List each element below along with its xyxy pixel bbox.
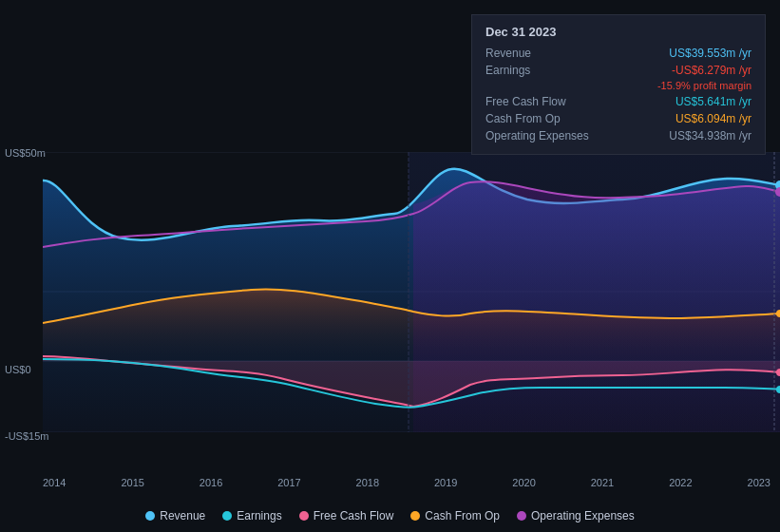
x-label-2015: 2015 [121,477,143,488]
legend-dot-revenue [145,511,155,521]
legend-dot-cash-from-op [410,511,420,521]
x-label-2019: 2019 [434,477,457,488]
x-label-2022: 2022 [669,477,692,488]
x-label-2021: 2021 [591,477,614,488]
legend-label-cash-from-op: Cash From Op [425,509,500,522]
legend-opex[interactable]: Operating Expenses [517,509,635,522]
x-labels: 2014 2015 2016 2017 2018 2019 2020 2021 … [43,477,770,488]
chart-svg [43,152,780,432]
opex-value: US$34.938m /yr [669,129,751,142]
x-label-2018: 2018 [356,477,379,488]
opex-label: Operating Expenses [485,129,590,142]
earnings-value: -US$6.279m /yr [672,64,751,77]
cash-from-op-row: Cash From Op US$6.094m /yr [485,110,751,127]
opex-row: Operating Expenses US$34.938m /yr [485,127,751,144]
legend-earnings[interactable]: Earnings [222,509,281,522]
y-label-top: US$50m [5,147,46,159]
fcf-value: US$5.641m /yr [675,95,751,108]
fcf-row: Free Cash Flow US$5.641m /yr [485,93,751,110]
legend: Revenue Earnings Free Cash Flow Cash Fro… [0,509,780,522]
y-label-mid: US$0 [5,364,31,375]
legend-dot-earnings [222,511,232,521]
revenue-row: Revenue US$39.553m /yr [485,45,751,62]
chart-container: Dec 31 2023 Revenue US$39.553m /yr Earni… [0,0,780,532]
revenue-value: US$39.553m /yr [669,47,751,60]
earnings-row: Earnings -US$6.279m /yr [485,62,751,79]
revenue-label: Revenue [485,47,590,60]
legend-label-fcf: Free Cash Flow [314,509,394,522]
x-label-2020: 2020 [512,477,535,488]
profit-margin-text: -15.9% profit margin [657,80,751,91]
x-label-2023: 2023 [748,477,770,488]
legend-dot-fcf [299,511,309,521]
info-date: Dec 31 2023 [485,25,751,39]
legend-cash-from-op[interactable]: Cash From Op [410,509,500,522]
earnings-label: Earnings [485,64,590,77]
cash-from-op-value: US$6.094m /yr [675,112,751,125]
legend-fcf[interactable]: Free Cash Flow [299,509,394,522]
fcf-label: Free Cash Flow [485,95,590,108]
x-label-2017: 2017 [277,477,300,488]
cash-from-op-label: Cash From Op [485,112,590,125]
x-label-2016: 2016 [200,477,222,488]
legend-dot-opex [517,511,526,521]
legend-label-earnings: Earnings [237,509,281,522]
legend-revenue[interactable]: Revenue [145,509,205,522]
profit-margin-row: -15.9% profit margin [485,79,751,93]
legend-label-revenue: Revenue [160,509,205,522]
info-box: Dec 31 2023 Revenue US$39.553m /yr Earni… [471,14,766,155]
legend-label-opex: Operating Expenses [531,509,635,522]
x-label-2014: 2014 [43,477,66,488]
